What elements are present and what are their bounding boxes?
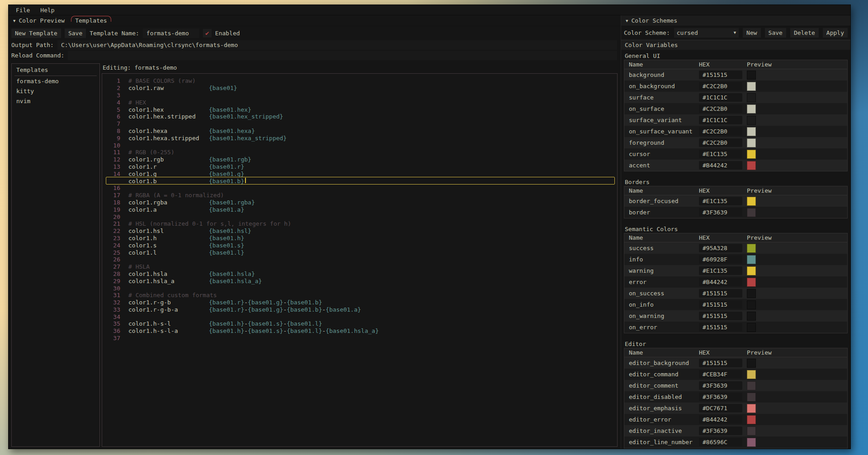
hex-input[interactable]: #3F3639 — [699, 393, 742, 401]
code-line-8[interactable]: 8color1.hexa{base01.hexa} — [102, 128, 617, 135]
hex-input[interactable]: #C2C2B0 — [699, 127, 742, 136]
color-swatch[interactable] — [747, 104, 756, 114]
code-line-9[interactable]: 9color1.hexa.stripped{base01.hexa_stripp… — [102, 134, 617, 142]
color-preview-header[interactable]: Color Preview — [19, 17, 65, 24]
collapse-arrow-icon[interactable]: ▼ — [13, 19, 15, 23]
code-line-14[interactable]: 14color1.g{base01.g} — [102, 170, 617, 177]
template-item-formats-demo[interactable]: formats-demo — [12, 76, 99, 86]
color-swatch[interactable] — [747, 438, 756, 447]
template-item-kitty[interactable]: kitty — [12, 86, 99, 96]
hex-input[interactable]: #151515 — [699, 71, 742, 79]
code-line-27[interactable]: 27# HSLA — [102, 263, 617, 270]
output-path-input[interactable]: C:\Users\user\AppData\Roaming\clrsync\fo… — [57, 40, 617, 50]
code-line-18[interactable]: 18color1.rgba{base01.rgba} — [102, 199, 617, 206]
new-scheme-button[interactable]: New — [743, 28, 760, 38]
hex-input[interactable]: #C2C2B0 — [699, 138, 742, 147]
color-swatch[interactable] — [747, 82, 756, 91]
color-swatch[interactable] — [747, 427, 756, 436]
code-line-34[interactable]: 34 — [102, 313, 617, 320]
code-line-29[interactable]: 29color1.hsla_a{base01.hsla_a} — [102, 277, 617, 284]
hex-input[interactable]: #1C1C1C — [699, 93, 742, 102]
hex-input[interactable]: #86596C — [699, 438, 742, 446]
code-line-33[interactable]: 33color1.r-g-b-a{base01.r}-{base01.g}-{b… — [102, 306, 617, 313]
hex-input[interactable]: #E1C135 — [699, 150, 742, 158]
code-line-25[interactable]: 25color1.l{base01.l} — [102, 249, 617, 256]
color-swatch[interactable] — [747, 197, 756, 206]
hex-input[interactable]: #151515 — [699, 323, 742, 332]
code-line-3[interactable]: 3 — [102, 92, 617, 99]
color-swatch[interactable] — [747, 116, 756, 125]
menu-help[interactable]: Help — [38, 6, 56, 14]
color-swatch[interactable] — [747, 266, 756, 275]
enabled-checkbox[interactable]: ✔ — [203, 29, 212, 38]
code-line-24[interactable]: 24color1.s{base01.s} — [102, 242, 617, 249]
code-line-5[interactable]: 5color1.hex{base01.hex} — [102, 106, 617, 113]
code-line-32[interactable]: 32color1.r-g-b{base01.r}-{base01.g}-{bas… — [102, 299, 617, 306]
hex-input[interactable]: #60928F — [699, 255, 742, 264]
template-name-input[interactable]: formats-demo — [143, 28, 199, 38]
color-swatch[interactable] — [747, 300, 756, 309]
tab-templates[interactable]: Templates — [71, 16, 111, 26]
hex-input[interactable]: #3F3639 — [699, 381, 742, 390]
color-swatch[interactable] — [747, 278, 756, 287]
code-line-2[interactable]: 2color1.raw{base01} — [102, 85, 617, 92]
code-line-26[interactable]: 26 — [102, 256, 617, 263]
save-scheme-button[interactable]: Save — [765, 28, 786, 38]
color-swatch[interactable] — [747, 150, 756, 159]
color-variables-header[interactable]: Color Variables — [621, 40, 850, 50]
reload-command-input[interactable] — [68, 51, 617, 60]
code-line-31[interactable]: 31# Combined custom formats — [102, 292, 617, 299]
hex-input[interactable]: #E1C135 — [699, 197, 742, 205]
hex-input[interactable]: #151515 — [699, 300, 742, 309]
hex-input[interactable]: #E1C135 — [699, 266, 742, 275]
save-template-button[interactable]: Save — [65, 28, 86, 38]
code-line-6[interactable]: 6color1.hex.stripped{base01.hex_stripped… — [102, 113, 617, 120]
color-swatch[interactable] — [747, 244, 756, 253]
color-swatch[interactable] — [747, 138, 756, 147]
color-swatch[interactable] — [747, 127, 756, 136]
hex-input[interactable]: #3F3639 — [699, 208, 742, 217]
color-swatch[interactable] — [747, 404, 756, 413]
code-line-12[interactable]: 12color1.rgb{base01.rgb} — [102, 156, 617, 163]
code-line-19[interactable]: 19color1.a{base01.a} — [102, 206, 617, 213]
color-swatch[interactable] — [747, 161, 756, 170]
code-line-23[interactable]: 23color1.h{base01.h} — [102, 235, 617, 242]
hex-input[interactable]: #3F3639 — [699, 427, 742, 435]
code-line-13[interactable]: 13color1.r{base01.r} — [102, 163, 617, 171]
color-swatch[interactable] — [747, 381, 756, 390]
color-swatch[interactable] — [747, 289, 756, 298]
color-swatch[interactable] — [747, 255, 756, 264]
code-line-30[interactable]: 30 — [102, 284, 617, 292]
color-scheme-combo[interactable]: cursed ▼ — [674, 28, 739, 38]
hex-input[interactable]: #95A328 — [699, 244, 742, 252]
hex-input[interactable]: #151515 — [699, 359, 742, 367]
code-line-15[interactable]: color1.b{base01.b} — [102, 177, 617, 185]
color-schemes-header[interactable]: ▼ Color Schemes — [621, 15, 850, 26]
hex-input[interactable]: #CEB34F — [699, 370, 742, 379]
color-swatch[interactable] — [747, 370, 756, 379]
hex-input[interactable]: #C2C2B0 — [699, 82, 742, 90]
new-template-button[interactable]: New Template — [11, 28, 61, 38]
code-line-11[interactable]: 11# RGB (0-255) — [102, 149, 617, 156]
apply-scheme-button[interactable]: Apply — [823, 28, 848, 38]
delete-scheme-button[interactable]: Delete — [790, 28, 819, 38]
hex-input[interactable]: #151515 — [699, 312, 742, 320]
color-swatch[interactable] — [747, 359, 756, 368]
code-line-10[interactable]: 10 — [102, 142, 617, 149]
code-line-21[interactable]: 21# HSL (normalized 0-1 for s,l, integer… — [102, 220, 617, 228]
hex-input[interactable]: #B44242 — [699, 161, 742, 170]
code-line-22[interactable]: 22color1.hsl{base01.hsl} — [102, 228, 617, 235]
code-line-17[interactable]: 17# RGBA (A = 0-1 normalized) — [102, 192, 617, 199]
code-line-28[interactable]: 28color1.hsla{base01.hsla} — [102, 270, 617, 278]
hex-input[interactable]: #B44242 — [699, 415, 742, 424]
menu-file[interactable]: File — [14, 6, 32, 14]
hex-input[interactable]: #B44242 — [699, 278, 742, 286]
color-swatch[interactable] — [747, 323, 756, 332]
template-code-editor[interactable]: 1# BASE COLORS (raw)2color1.raw{base01}3… — [102, 73, 618, 447]
color-swatch[interactable] — [747, 312, 756, 321]
code-line-20[interactable]: 20 — [102, 213, 617, 220]
template-item-nvim[interactable]: nvim — [12, 96, 99, 106]
color-swatch[interactable] — [747, 71, 756, 80]
color-swatch[interactable] — [747, 208, 756, 217]
hex-input[interactable]: #151515 — [699, 289, 742, 298]
